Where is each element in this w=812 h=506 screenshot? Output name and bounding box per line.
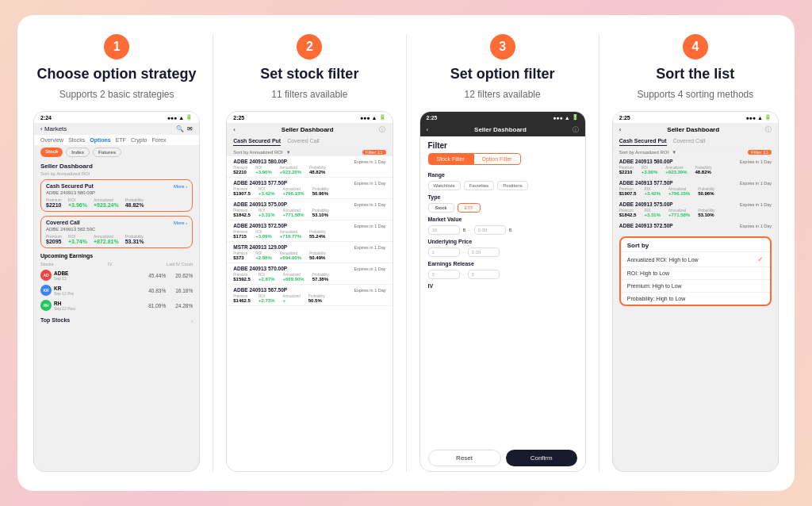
upcoming-earnings: Upcoming Earnings StocksIVLast IV Crush … [34,250,199,315]
sort-option-0[interactable]: Annualized ROI: High to Low ✓ [621,251,770,266]
filter-title: Filter [420,136,585,153]
sort-option-3[interactable]: Probability: High to Low [621,292,770,305]
step-4-badge: 4 [683,34,708,59]
stock-name-2: ADBE 240913 582.50C [46,227,187,232]
sort-option-2[interactable]: Premium: High to Low [621,279,770,292]
step-4-sort-bar: Sort by Annualized ROI ▼ Filter 11 [613,148,778,156]
step-2-title: Set stock filter [260,66,358,82]
watchlists-chip[interactable]: Watchlists [428,181,461,190]
s4-option-row-3: ADBE 240913 572.50P Expires in 1 Day [613,220,778,233]
filter-toggle-row: Stock Filter Option Filter [420,153,585,165]
filter-panel: Filter Stock Filter Option Filter Range … [420,136,585,471]
option-row-4: MSTR 240913 129.00P Expires in 1 Day Pre… [227,242,392,263]
step-1-section-title: Seller Dashboard [34,159,199,171]
option-row-0: ADBE 240913 580.00P Expires in 1 Day Pre… [227,156,392,178]
step-2-phone: 2:25 ●●●▲🔋 ‹ Seller Dashboard ⓘ Cash Sec… [226,111,393,472]
step-1-subtitle: Supports 2 basic strategies [59,89,174,100]
strategy-name-2: Covered Call [46,220,80,225]
step-2-subtitle: 11 filters available [271,89,347,100]
strategy-card-2: Covered Call More › ADBE 240913 582.50C … [40,216,193,248]
underlying-price-row: - [420,246,585,259]
option-row-5: ADBE 240913 570.00P Expires in 1 Day Pre… [227,263,392,285]
stock-filter-btn[interactable]: Stock Filter [428,153,473,165]
avatar-rh: RH [40,300,52,311]
sort-option-1[interactable]: ROI: High to Low [621,266,770,279]
earnings-row-adbe: AD ADBE Sep 12 45.44% 20.62% [40,268,193,283]
step-4-tabs: Cash Secured Put Covered Call [613,136,778,148]
reset-button[interactable]: Reset [428,450,501,466]
step-1-pills: Stock Index Futures [34,145,199,159]
filter-range-label: Range [420,170,585,179]
s4-option-row-2: ADBE 240913 575.00P Expires in 1 Day Pre… [613,199,778,220]
step-1-nav: Overview Stocks Options ETF Crypto Forex [34,135,199,145]
avatar-adbe: AD [40,270,52,281]
step-3-badge: 3 [490,34,515,59]
filter-range-row: Watchlists Favorites Positions [420,179,585,192]
search-icon[interactable]: 🔍 [176,125,184,132]
step-1-header: ‹ Markets 🔍 ✉ [34,123,199,135]
step-1-phone: 2:24 ●●●▲🔋 ‹ Markets 🔍 ✉ Overview Stocks… [33,111,200,472]
step-3-page-title: Seller Dashboard [474,126,527,133]
underlying-max[interactable] [468,247,500,257]
step-2-status-bar: 2:25 ●●●▲🔋 [227,112,392,123]
step-2-column: 2 Set stock filter 11 filters available … [226,34,393,472]
step-4-status-bar: 2:25 ●●●▲🔋 [613,112,778,123]
divider-1 [213,34,213,472]
step-1-back[interactable]: ‹ Markets [40,125,67,132]
info-icon-2[interactable]: ⓘ [379,125,385,134]
earnings-min[interactable] [428,270,460,279]
step-4-page-title: Seller Dashboard [667,126,719,133]
more-btn-1[interactable]: More › [174,184,187,189]
filter-badge-4[interactable]: Filter 11 [748,150,772,155]
step-4-header: ‹ Seller Dashboard ⓘ [613,123,778,136]
info-icon-3[interactable]: ⓘ [573,125,579,134]
market-value-max[interactable] [474,225,506,235]
filter-btn-row: Reset Confirm [420,445,585,471]
underlying-min[interactable] [428,247,460,257]
step-1-sort-label: Sort by Annualized ROI [34,171,199,178]
earnings-row-kr: KR KR Sep 12 Pre 40.83% 16.18% [40,283,193,298]
strategy-card-1: Cash Secured Put More › ADBE 240913 580.… [40,179,193,212]
filter-type-label: Type [420,192,585,201]
step-1-time: 2:24 [40,115,52,121]
main-card: 1 Choose option strategy Supports 2 basi… [17,15,795,491]
option-filter-btn[interactable]: Option Filter [473,153,521,165]
earnings-release-row: - [420,268,585,281]
confirm-button[interactable]: Confirm [506,450,577,466]
step-4-subtitle: Supports 4 sorting methods [638,89,754,100]
divider-3 [599,34,599,472]
info-icon-4[interactable]: ⓘ [765,125,772,134]
step-3-subtitle: 12 filters available [465,89,541,100]
iv-label: IV [420,281,585,290]
favorites-chip[interactable]: Favorites [464,181,495,190]
step-3-column: 3 Set option filter 12 filters available… [419,34,586,472]
step-4-column: 4 Sort the list Supports 4 sorting metho… [612,34,779,472]
sort-panel: Sort by Annualized ROI: High to Low ✓ RO… [619,236,772,306]
mail-icon[interactable]: ✉ [187,125,193,132]
underlying-price-label: Underlying Price [420,236,585,246]
step-2-sort-bar: Sort by Annualized ROI ▼ Filter 11 [227,148,392,156]
step-3-phone: 2:25 ●●●▲🔋 ‹ Seller Dashboard ⓘ Filter S… [419,111,586,472]
stock-type-btn[interactable]: Stock [428,203,454,213]
step-2-page-title: Seller Dashboard [282,126,334,133]
step-3-header: ‹ Seller Dashboard ⓘ [420,123,585,136]
option-row-3: ADBE 240913 572.50P Expires in 1 Day Pre… [227,220,392,242]
etf-type-btn[interactable]: ETF [458,203,481,213]
market-value-label: Market Value [420,214,585,224]
earnings-release-label: Earnings Release [420,259,585,268]
step-3-status-bar: 2:25 ●●●▲🔋 [420,112,585,123]
earnings-row-rh: RH RH Sep 12 Post 81.09% 24.28% [40,298,193,313]
market-value-row: B - B [420,224,585,236]
step-4-phone: 2:25 ●●●▲🔋 ‹ Seller Dashboard ⓘ Cash Sec… [612,111,779,472]
avatar-kr: KR [40,285,52,296]
divider-2 [406,34,407,472]
filter-badge-2[interactable]: Filter 11 [362,150,386,155]
earnings-max[interactable] [468,270,500,279]
top-stocks-row: Top Stocks › [34,315,199,325]
market-value-min[interactable] [428,225,460,235]
more-btn-2[interactable]: More › [174,220,187,225]
option-row-2: ADBE 240913 575.00P Expires in 1 Day Pre… [227,199,392,220]
s4-option-row-1: ADBE 240913 577.50P Expires in 1 Day Pre… [613,178,778,199]
positions-chip[interactable]: Positions [497,181,527,190]
step-2-header: ‹ Seller Dashboard ⓘ [227,123,392,136]
